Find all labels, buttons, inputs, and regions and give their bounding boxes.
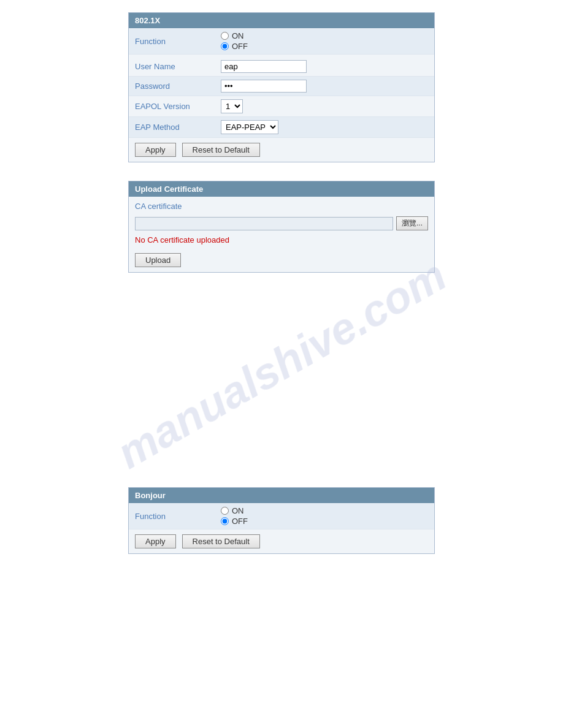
eap-method-label: EAP Method [135,123,221,132]
function-label: Function [135,37,221,46]
upload-button-row: Upload [129,248,434,272]
function-off-label: OFF [232,42,248,51]
panel-upload-header: Upload Certificate [129,181,434,197]
bonjour-off-option[interactable]: OFF [221,517,428,526]
password-input[interactable] [221,80,307,93]
panel-upload-cert: Upload Certificate CA certificate 瀏覽... … [128,181,435,273]
cert-upload-area: 瀏覽... [129,213,434,233]
bonjour-function-label: Function [135,512,221,521]
function-off-radio[interactable] [221,42,229,50]
function-off-option[interactable]: OFF [221,42,428,51]
function-on-label: ON [232,31,244,40]
bonjour-off-radio[interactable] [221,517,229,525]
panel-bonjour-body: Function ON OFF Apply Reset to Default [129,503,434,553]
ca-cert-label: CA certificate [129,197,434,213]
password-control [221,80,428,93]
bonjour-on-option[interactable]: ON [221,506,428,515]
eapol-label: EAPOL Version [135,102,221,111]
no-cert-message: No CA certificate uploaded [129,233,434,248]
bonjour-apply-button[interactable]: Apply [135,534,176,548]
function-on-option[interactable]: ON [221,31,428,40]
page-container: 802.1X Function ON OFF [0,0,563,585]
username-row: User Name [129,57,434,77]
bonjour-button-row: Apply Reset to Default [129,529,434,553]
username-input[interactable] [221,60,307,73]
upload-button[interactable]: Upload [135,253,181,267]
bonjour-function-row: Function ON OFF [129,503,434,529]
bonjour-off-label: OFF [232,517,248,526]
panel-upload-body: CA certificate 瀏覽... No CA certificate u… [129,197,434,272]
bonjour-radio-group: ON OFF [221,506,428,526]
function-on-radio[interactable] [221,32,229,40]
cert-file-input[interactable] [135,217,393,230]
browse-button[interactable]: 瀏覽... [396,216,428,230]
802x-reset-button[interactable]: Reset to Default [182,143,260,157]
function-radio-group: ON OFF [221,31,428,51]
bonjour-on-label: ON [232,506,244,515]
panel-bonjour-header: Bonjour [129,488,434,503]
panel-802x-header: 802.1X [129,13,434,28]
password-row: Password [129,77,434,96]
panel-802x-body: Function ON OFF User Name [129,28,434,162]
eapol-row: EAPOL Version 1 2 [129,96,434,117]
bonjour-reset-button[interactable]: Reset to Default [182,534,260,548]
eap-method-control: EAP-PEAP EAP-TLS EAP-TTLS [221,120,428,134]
eap-method-row: EAP Method EAP-PEAP EAP-TLS EAP-TTLS [129,117,434,138]
panel-802x: 802.1X Function ON OFF [128,12,435,162]
function-row: Function ON OFF [129,28,434,55]
password-label: Password [135,82,221,91]
eapol-select[interactable]: 1 2 [221,99,243,113]
username-label: User Name [135,62,221,71]
panel-bonjour: Bonjour Function ON OFF Apply [128,487,435,554]
username-control [221,60,428,73]
802x-apply-button[interactable]: Apply [135,143,176,157]
bonjour-on-radio[interactable] [221,507,229,515]
eap-method-select[interactable]: EAP-PEAP EAP-TLS EAP-TTLS [221,120,278,134]
802x-button-row: Apply Reset to Default [129,138,434,162]
eapol-control: 1 2 [221,99,428,113]
